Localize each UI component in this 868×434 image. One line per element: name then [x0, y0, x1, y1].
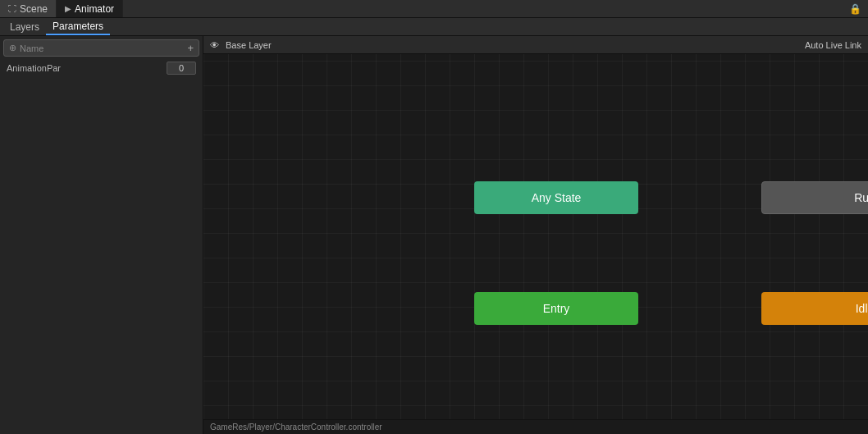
node-run[interactable]: Run [761, 181, 868, 214]
param-name: AnimationPar [7, 63, 167, 73]
entry-label: Entry [543, 302, 570, 315]
file-path: GameRes/Player/CharacterController.contr… [210, 423, 382, 432]
node-idle[interactable]: Idle [761, 292, 868, 325]
tab-scene-label: Scene [20, 3, 48, 15]
scene-icon: ⛶ [8, 4, 16, 13]
idle-label: Idle [856, 302, 868, 315]
tab-animator-label: Animator [75, 3, 114, 15]
node-any-state[interactable]: Any State [474, 181, 638, 214]
toolbar: Layers Parameters [0, 18, 868, 36]
tab-scene[interactable]: ⛶ Scene [0, 0, 57, 17]
sidebar: ⊕ + AnimationPar [0, 36, 203, 434]
tab-animator[interactable]: ▶ Animator [57, 0, 123, 17]
grid-background [203, 36, 868, 434]
eye-icon: 👁 [210, 40, 219, 50]
run-label: Run [854, 191, 868, 204]
search-input[interactable] [20, 43, 184, 53]
add-icon: + [187, 42, 194, 54]
add-button[interactable]: + [187, 42, 194, 54]
status-bar: GameRes/Player/CharacterController.contr… [203, 419, 868, 434]
node-entry[interactable]: Entry [474, 292, 638, 325]
main-layout: ⊕ + AnimationPar 👁 Base Layer Auto Live … [0, 36, 868, 434]
param-row: AnimationPar [0, 60, 203, 76]
any-state-label: Any State [532, 191, 582, 204]
tab-parameters[interactable]: Parameters [46, 18, 110, 35]
canvas-area: 👁 Base Layer Auto Live Link [203, 36, 868, 434]
animator-icon: ▶ [65, 4, 71, 13]
search-bar[interactable]: ⊕ + [3, 39, 199, 57]
breadcrumb: Base Layer [226, 40, 272, 50]
param-value[interactable] [167, 62, 196, 75]
title-bar: ⛶ Scene ▶ Animator 🔒 [0, 0, 868, 18]
breadcrumb-bar: 👁 Base Layer Auto Live Link [203, 36, 868, 54]
search-icon: ⊕ [9, 43, 16, 53]
tab-layers[interactable]: Layers [3, 18, 46, 35]
auto-live-link[interactable]: Auto Live Link [805, 40, 861, 50]
lock-icon: 🔒 [849, 3, 868, 15]
